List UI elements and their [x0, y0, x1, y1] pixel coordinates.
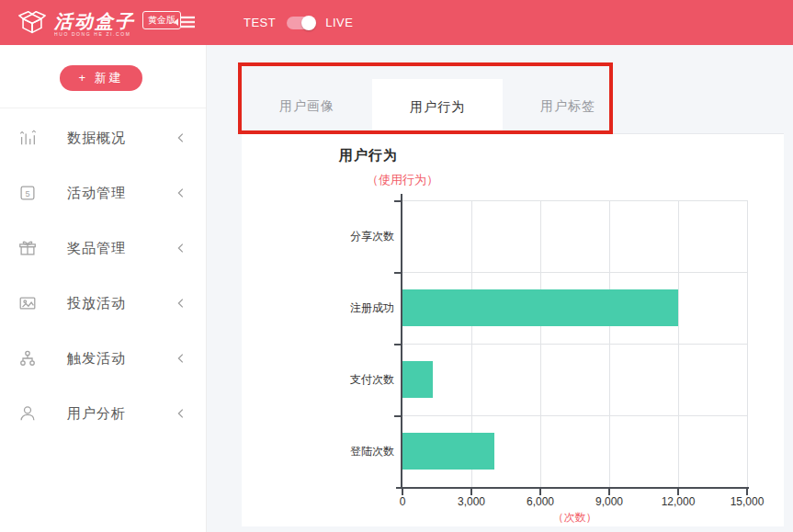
- x-axis-line: [396, 487, 749, 489]
- x-axis-tickmark: [470, 489, 472, 495]
- user-icon: [17, 403, 38, 424]
- app-window: 活动盒子 HUO DONG HE ZI.COM 黄金版 TEST LIVE: [0, 0, 793, 532]
- new-activity-button[interactable]: + 新建: [60, 65, 142, 91]
- x-axis-tickmark: [746, 489, 748, 495]
- toggle-knob: [301, 16, 316, 30]
- sidebar-item-label: 投放活动: [67, 295, 175, 312]
- collapse-menu-icon: [173, 12, 197, 32]
- main-content: 用户画像 用户行为 用户标签 用户行为 （使用行为） （次数） 03,0006,…: [208, 45, 793, 532]
- tab-user-behavior[interactable]: 用户行为: [372, 79, 503, 135]
- x-axis-unit-label: （次数）: [553, 510, 597, 526]
- bar-注册成功: [402, 289, 678, 326]
- sidebar-menu: 数据概况 5 活动管理 奖品管理: [0, 110, 206, 441]
- logo-title: 活动盒子: [54, 11, 135, 31]
- y-axis-tickmark: [394, 415, 401, 417]
- sidebar-item-placement-activity[interactable]: 投放活动: [0, 276, 206, 331]
- x-axis-tickmark: [677, 489, 679, 495]
- top-header-bar: 活动盒子 HUO DONG HE ZI.COM 黄金版 TEST LIVE: [0, 0, 793, 45]
- chevron-left-icon: [175, 352, 187, 365]
- category-label: 分享次数: [312, 200, 394, 272]
- x-axis-tick-label: 9,000: [595, 495, 623, 508]
- chart-gridline-horizontal: [402, 344, 747, 345]
- tabs-bar: 用户画像 用户行为 用户标签: [242, 79, 784, 134]
- x-axis-tick-label: 3,000: [458, 495, 485, 508]
- tab-user-tags[interactable]: 用户标签: [503, 79, 633, 134]
- category-label: 支付次数: [312, 344, 394, 415]
- category-label: 登陆次数: [312, 415, 394, 487]
- category-label: 注册成功: [312, 272, 394, 344]
- chart-subtitle: （使用行为）: [367, 172, 438, 188]
- chart-gridline-horizontal: [402, 415, 747, 416]
- sidebar-item-user-analysis[interactable]: 用户分析: [0, 386, 206, 441]
- bar-登陆次数: [402, 433, 494, 470]
- chart-gridline-vertical: [747, 200, 748, 487]
- bar-chart-plot: （次数） 03,0006,0009,00012,00015,000分享次数注册成…: [402, 200, 747, 487]
- sidebar-item-prize-management[interactable]: 奖品管理: [0, 221, 206, 276]
- environment-switch: TEST LIVE: [244, 0, 353, 45]
- chart-title: 用户行为: [339, 147, 398, 164]
- bar-chart-icon: [17, 128, 38, 148]
- chart-gridline-horizontal: [402, 200, 747, 201]
- box-logo-icon: [17, 6, 48, 41]
- x-axis-tickmark: [608, 489, 610, 495]
- chart-gridline-horizontal: [402, 272, 747, 273]
- image-icon: [17, 293, 38, 313]
- y-axis-tickmark: [394, 344, 401, 345]
- chevron-left-icon: [175, 131, 187, 144]
- gift-icon: [17, 238, 38, 258]
- x-axis-tickmark: [539, 489, 541, 495]
- env-live-label: LIVE: [325, 16, 353, 29]
- sidebar-item-label: 奖品管理: [67, 240, 175, 257]
- chevron-left-icon: [175, 187, 187, 199]
- x-axis-tick-label: 15,000: [731, 495, 765, 508]
- trigger-flow-icon: [17, 348, 38, 368]
- x-axis-tick-label: 6,000: [527, 495, 554, 508]
- x-axis-tick-label: 0: [400, 495, 406, 508]
- y-axis-tickmark: [394, 200, 401, 202]
- logo-text-block: 活动盒子 HUO DONG HE ZI.COM: [54, 11, 135, 37]
- sidebar-item-label: 用户分析: [67, 405, 175, 423]
- chevron-left-icon: [175, 297, 187, 310]
- chevron-left-icon: [175, 242, 187, 255]
- sidebar-divider: [0, 108, 206, 108]
- sidebar-item-label: 触发活动: [67, 350, 175, 368]
- chart-card: 用户行为 （使用行为） （次数） 03,0006,0009,00012,0001…: [242, 134, 784, 526]
- bar-支付次数: [402, 361, 433, 398]
- y-axis-tickmark: [394, 272, 401, 274]
- logo-subtext: HUO DONG HE ZI.COM: [54, 31, 135, 37]
- x-axis-tickmark: [402, 489, 403, 495]
- sidebar-item-label: 数据概况: [67, 130, 175, 147]
- x-axis-tick-label: 12,000: [662, 495, 696, 508]
- env-test-label: TEST: [244, 16, 276, 29]
- env-toggle-switch[interactable]: [287, 17, 314, 29]
- svg-text:5: 5: [25, 189, 29, 198]
- tab-user-portrait[interactable]: 用户画像: [242, 79, 372, 134]
- sidebar: + 新建 数据概况 5 活动管理: [0, 45, 207, 532]
- sidebar-item-trigger-activity[interactable]: 触发活动: [0, 331, 206, 386]
- calendar-5-icon: 5: [17, 183, 38, 203]
- sidebar-item-data-overview[interactable]: 数据概况: [0, 110, 206, 165]
- sidebar-item-activity-management[interactable]: 5 活动管理: [0, 165, 206, 221]
- chevron-left-icon: [175, 407, 187, 420]
- sidebar-collapse-button[interactable]: [173, 12, 197, 36]
- sidebar-item-label: 活动管理: [67, 185, 175, 202]
- logo-link[interactable]: 活动盒子 HUO DONG HE ZI.COM 黄金版: [17, 6, 181, 41]
